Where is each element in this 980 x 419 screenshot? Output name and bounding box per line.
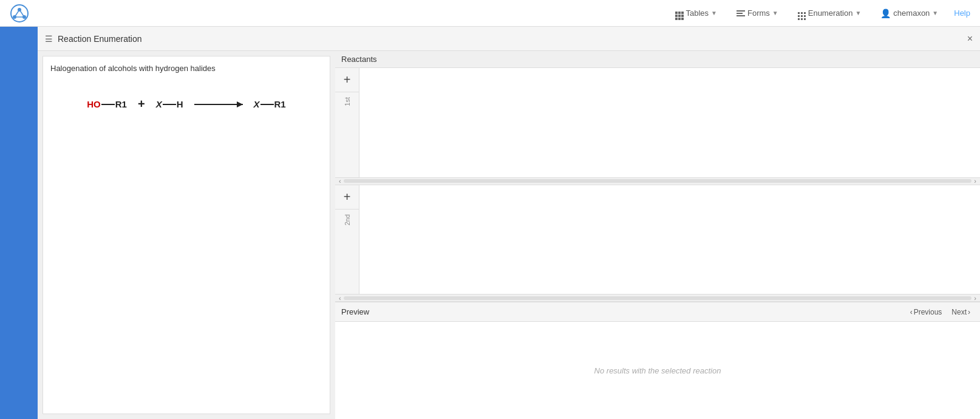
product-xr1: X R1 bbox=[254, 99, 286, 109]
preview-label: Preview bbox=[341, 307, 907, 316]
second-nth-label: 2nd bbox=[344, 212, 351, 228]
reaction-panel: Halogenation of alcohols with hydrogen h… bbox=[38, 51, 335, 419]
forms-label: Forms bbox=[747, 9, 770, 18]
enumeration-menu[interactable]: Enumeration ▼ bbox=[794, 4, 865, 22]
reactants-panel: Reactants + 1st ‹ › bbox=[335, 51, 980, 419]
second-reactant-section: + 2nd ‹ › bbox=[335, 185, 980, 302]
second-add-button[interactable]: + bbox=[335, 185, 359, 210]
sidebar bbox=[0, 27, 38, 419]
plus-sign-1: + bbox=[138, 97, 145, 111]
product-r1-text: R1 bbox=[274, 99, 286, 109]
bond-x-r1 bbox=[260, 104, 274, 105]
arrow-line bbox=[194, 104, 243, 105]
user-menu[interactable]: 👤 chemaxon ▼ bbox=[877, 6, 942, 21]
second-scroll-right-arrow[interactable]: › bbox=[971, 295, 979, 302]
svg-point-0 bbox=[11, 5, 28, 22]
first-scroll-left-arrow[interactable]: ‹ bbox=[336, 177, 344, 185]
tables-caret: ▼ bbox=[711, 10, 717, 16]
reactant-xh: X H bbox=[156, 99, 183, 109]
reactant-ho: HO R1 bbox=[87, 99, 127, 109]
tables-label: Tables bbox=[686, 9, 709, 18]
previous-label: Previous bbox=[914, 308, 942, 316]
second-add-col: + 2nd bbox=[335, 185, 359, 295]
content-area: ☰ Reaction Enumeration × Halogenation of… bbox=[38, 27, 980, 419]
first-reactant-section: + 1st ‹ › bbox=[335, 68, 980, 185]
preview-header: Preview ‹ Previous Next › bbox=[335, 302, 980, 322]
close-button[interactable]: × bbox=[967, 34, 973, 44]
user-caret: ▼ bbox=[932, 10, 938, 16]
product-x-text: X bbox=[254, 99, 260, 109]
preview-content: No results with the selected reaction bbox=[335, 322, 980, 419]
reaction-equation: HO R1 + X H bbox=[50, 97, 322, 111]
second-reactant-content bbox=[359, 185, 980, 295]
user-icon: 👤 bbox=[880, 9, 891, 18]
second-reactant-row: + 2nd bbox=[335, 185, 980, 295]
main-area: ☰ Reaction Enumeration × Halogenation of… bbox=[0, 27, 980, 419]
first-add-col: + 1st bbox=[335, 68, 359, 177]
x-text: X bbox=[156, 99, 162, 109]
h-text: H bbox=[177, 99, 183, 109]
bond-ho-r1 bbox=[101, 104, 115, 105]
first-reactant-row: + 1st bbox=[335, 68, 980, 177]
next-button[interactable]: Next › bbox=[948, 307, 974, 318]
preview-nav: ‹ Previous Next › bbox=[907, 307, 974, 318]
first-scroll-right-arrow[interactable]: › bbox=[971, 177, 979, 185]
first-scrollbar[interactable]: ‹ › bbox=[335, 177, 980, 185]
next-label: Next bbox=[951, 308, 967, 316]
panel-title: Reaction Enumeration bbox=[58, 34, 142, 44]
no-results-text: No results with the selected reaction bbox=[594, 366, 721, 375]
second-scrollbar[interactable]: ‹ › bbox=[335, 294, 980, 301]
enumeration-caret: ▼ bbox=[855, 10, 861, 16]
nav-items: Tables ▼ Forms ▼ Enumeration ▼ 👤 chemaxo… bbox=[672, 4, 971, 22]
top-nav: Tables ▼ Forms ▼ Enumeration ▼ 👤 chemaxo… bbox=[0, 0, 980, 27]
next-chevron-icon: › bbox=[968, 308, 970, 316]
first-nth-label: 1st bbox=[344, 95, 351, 109]
hamburger-icon: ☰ bbox=[45, 34, 53, 44]
reaction-arrow bbox=[194, 104, 243, 105]
reaction-title: Halogenation of alcohols with hydrogen h… bbox=[50, 64, 322, 73]
tables-menu[interactable]: Tables ▼ bbox=[672, 4, 721, 22]
reaction-box: Halogenation of alcohols with hydrogen h… bbox=[43, 56, 330, 414]
previous-button[interactable]: ‹ Previous bbox=[907, 307, 946, 318]
svg-line-4 bbox=[19, 10, 24, 17]
first-add-button[interactable]: + bbox=[335, 68, 359, 92]
inner-layout: Halogenation of alcohols with hydrogen h… bbox=[38, 51, 980, 419]
enumeration-label: Enumeration bbox=[808, 9, 853, 18]
tables-icon bbox=[675, 6, 684, 20]
svg-line-5 bbox=[15, 10, 19, 17]
previous-chevron-icon: ‹ bbox=[910, 308, 913, 316]
enumeration-icon bbox=[798, 6, 806, 20]
forms-icon bbox=[737, 10, 745, 16]
help-link[interactable]: Help bbox=[954, 9, 970, 18]
forms-menu[interactable]: Forms ▼ bbox=[733, 6, 782, 20]
app-logo[interactable] bbox=[10, 4, 29, 23]
first-reactant-content bbox=[359, 68, 980, 177]
ho-text: HO bbox=[87, 99, 101, 109]
bond-x-h bbox=[163, 104, 176, 105]
panel-header: ☰ Reaction Enumeration × bbox=[38, 27, 980, 51]
reactants-header: Reactants bbox=[335, 51, 980, 68]
r1-text: R1 bbox=[115, 99, 127, 109]
user-label: chemaxon bbox=[893, 9, 930, 18]
forms-caret: ▼ bbox=[772, 10, 778, 16]
first-scrollbar-track[interactable] bbox=[344, 179, 972, 183]
second-scroll-left-arrow[interactable]: ‹ bbox=[336, 295, 344, 302]
second-scrollbar-track[interactable] bbox=[344, 296, 972, 300]
preview-section: Preview ‹ Previous Next › bbox=[335, 302, 980, 419]
